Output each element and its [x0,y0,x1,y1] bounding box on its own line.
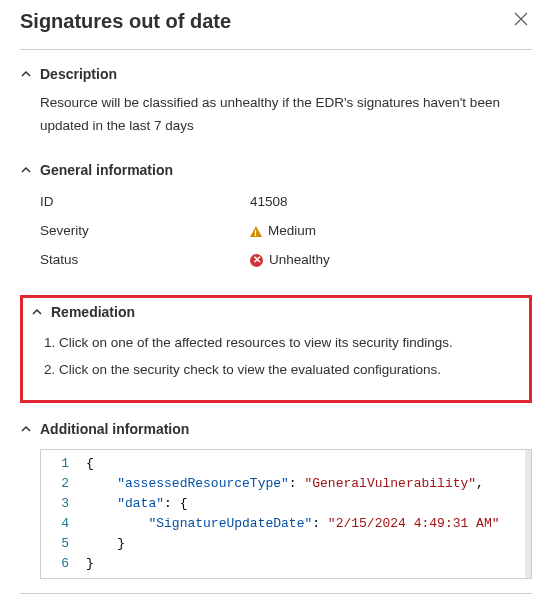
section-description: Description Resource will be classified … [20,62,532,144]
code-content: { "assessedResourceType": "GeneralVulner… [80,450,531,578]
section-remediation-title: Remediation [51,304,135,320]
section-additional-toggle[interactable]: Additional information [20,417,532,443]
close-icon [514,12,528,26]
line-number: 5 [47,534,69,554]
remediation-steps: Click on one of the affected resources t… [41,330,521,384]
row-severity: Severity Medium [40,217,532,246]
section-description-title: Description [40,66,117,82]
line-number: 1 [47,454,69,474]
line-number: 2 [47,474,69,494]
json-viewer[interactable]: 1 2 3 4 5 6 { "assessedResourceType": "G… [40,449,532,579]
details-panel: Signatures out of date Description Resou… [0,0,552,604]
row-status: Status ✕ Unhealthy [40,246,532,275]
section-additional-title: Additional information [40,421,189,437]
json-value: "2/15/2024 4:49:31 AM" [328,516,500,531]
id-value: 41508 [250,191,288,214]
severity-value: Medium [268,220,316,243]
chevron-up-icon [20,423,32,435]
status-label: Status [40,249,250,272]
section-general: General information ID 41508 Severity Me… [20,158,532,281]
remediation-step-1: Click on one of the affected resources t… [59,330,521,357]
panel-header: Signatures out of date [20,10,532,49]
json-key: "data" [117,496,164,511]
section-description-toggle[interactable]: Description [20,62,532,88]
chevron-up-icon [20,68,32,80]
panel-title: Signatures out of date [20,10,231,33]
section-general-title: General information [40,162,173,178]
code-gutter: 1 2 3 4 5 6 [41,450,80,578]
remediation-step-2: Click on the security check to view the … [59,357,521,384]
chevron-up-icon [20,164,32,176]
chevron-up-icon [31,306,43,318]
status-value: Unhealthy [269,249,330,272]
remediation-body: Click on one of the affected resources t… [31,326,521,390]
line-number: 4 [47,514,69,534]
json-key: "assessedResourceType" [117,476,289,491]
general-body: ID 41508 Severity Medium Status ✕ Unheal… [20,184,532,281]
description-text: Resource will be classified as unhealthy… [20,88,532,144]
severity-label: Severity [40,220,250,243]
error-icon: ✕ [250,254,263,267]
separator [20,49,532,50]
row-id: ID 41508 [40,188,532,217]
line-number: 3 [47,494,69,514]
separator [20,593,532,594]
remediation-highlight: Remediation Click on one of the affected… [20,295,532,403]
id-label: ID [40,191,250,214]
warning-icon [250,226,262,237]
json-key: "SignatureUpdateDate" [148,516,312,531]
json-value: "GeneralVulnerability" [304,476,476,491]
section-remediation-toggle[interactable]: Remediation [31,304,521,326]
section-general-toggle[interactable]: General information [20,158,532,184]
section-additional: Additional information 1 2 3 4 5 6 { "as… [20,417,532,579]
scrollbar[interactable] [525,450,531,578]
close-button[interactable] [510,10,532,32]
line-number: 6 [47,554,69,574]
